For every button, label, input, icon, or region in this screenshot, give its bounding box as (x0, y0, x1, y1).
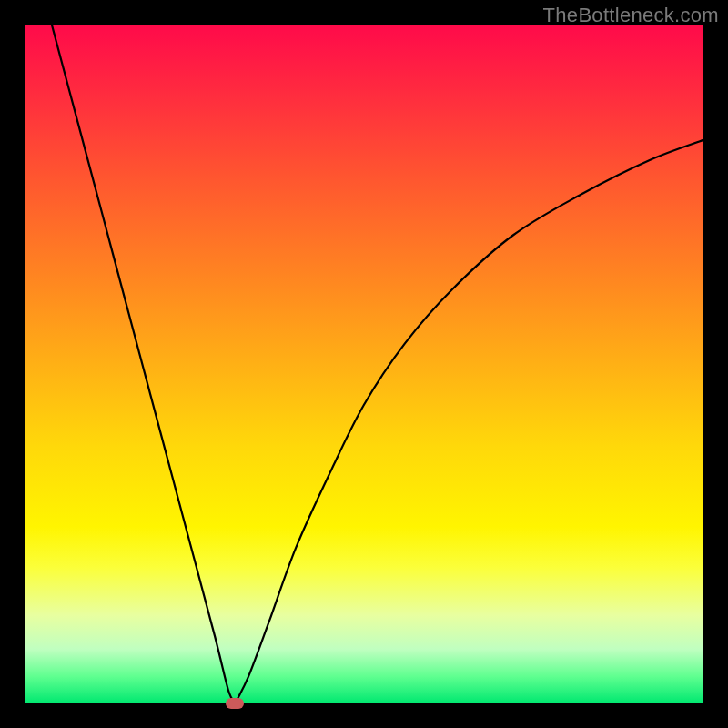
minimum-marker (226, 698, 244, 709)
curve-right-branch (235, 140, 703, 703)
curve-left-branch (52, 25, 235, 703)
chart-curve-svg (25, 25, 703, 703)
chart-frame (25, 25, 703, 703)
